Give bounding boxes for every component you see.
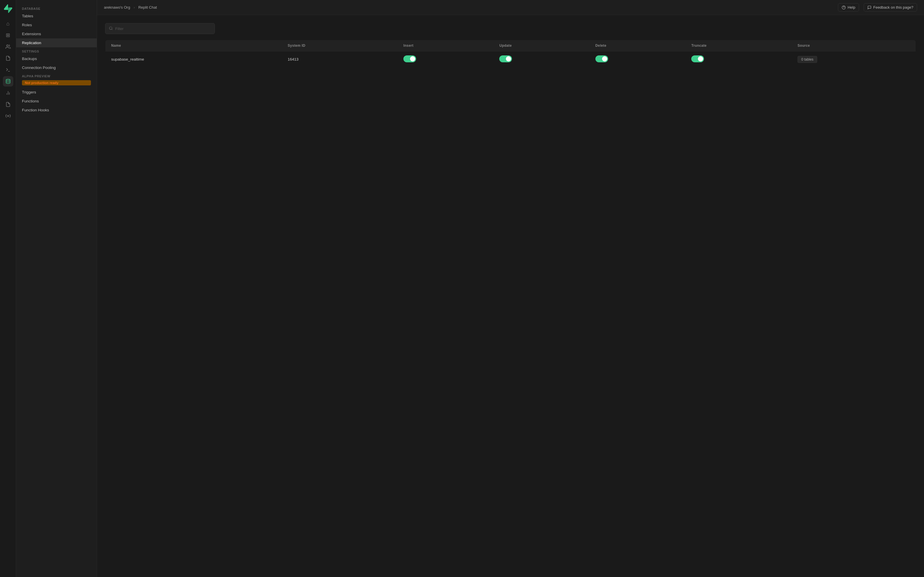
nav-settings-icon[interactable]: [3, 111, 13, 121]
nav-database-icon[interactable]: [3, 76, 13, 87]
alpha-badge: Not production ready: [22, 80, 91, 85]
cell-delete[interactable]: [590, 52, 685, 68]
svg-point-6: [7, 115, 9, 117]
cell-truncate[interactable]: [685, 52, 792, 68]
content-area: Name System ID Insert Update Delete Trun…: [97, 15, 924, 577]
sidebar-item-roles[interactable]: Roles: [16, 21, 97, 29]
col-header-source: Source: [792, 40, 916, 52]
col-header-truncate: Truncate: [685, 40, 792, 52]
table-row[interactable]: supabase_realtime 16413 0 tables: [105, 52, 916, 68]
message-icon: [867, 5, 871, 10]
cell-system-id: 16413: [282, 52, 397, 68]
cell-update[interactable]: [493, 52, 590, 68]
sidebar-item-replication[interactable]: Replication: [16, 39, 97, 47]
breadcrumb-separator: ›: [132, 5, 136, 10]
search-icon: [109, 26, 113, 31]
cell-insert[interactable]: [397, 52, 493, 68]
toggle-insert[interactable]: [403, 55, 416, 62]
icon-sidebar: ⌂ ⊞: [0, 0, 16, 577]
sidebar-item-backups[interactable]: Backups: [16, 54, 97, 63]
main-area: areknawo's Org › Replit Chat Help Feedba…: [97, 0, 924, 577]
sidebar-item-connection-pooling[interactable]: Connection Pooling: [16, 63, 97, 72]
nav-docs-icon[interactable]: [3, 53, 13, 63]
nav-terminal-icon[interactable]: [3, 64, 13, 75]
sidebar-item-extensions[interactable]: Extensions: [16, 29, 97, 39]
filter-input[interactable]: [115, 23, 211, 34]
breadcrumb-project[interactable]: Replit Chat: [138, 5, 157, 10]
svg-point-2: [6, 79, 10, 81]
col-header-delete: Delete: [590, 40, 685, 52]
database-section-label: Database: [16, 5, 97, 11]
svg-point-0: [6, 45, 8, 47]
toggle-update[interactable]: [499, 55, 512, 62]
breadcrumb-org[interactable]: areknawo's Org: [104, 5, 130, 10]
nav-sidebar: Database Tables Roles Extensions Replica…: [16, 0, 97, 577]
top-bar: areknawo's Org › Replit Chat Help Feedba…: [97, 0, 924, 15]
col-header-insert: Insert: [397, 40, 493, 52]
svg-line-10: [112, 29, 113, 30]
filter-wrap: [105, 23, 215, 34]
col-header-update: Update: [493, 40, 590, 52]
col-header-system-id: System ID: [282, 40, 397, 52]
replication-table: Name System ID Insert Update Delete Trun…: [105, 40, 916, 68]
toggle-truncate[interactable]: [691, 55, 704, 62]
nav-users-icon[interactable]: [3, 42, 13, 52]
source-badge: 0 tables: [798, 56, 817, 63]
nav-home-icon[interactable]: ⌂: [3, 18, 13, 29]
sidebar-item-triggers[interactable]: Triggers: [16, 88, 97, 97]
sidebar-item-functions[interactable]: Functions: [16, 97, 97, 106]
feedback-label: Feedback on this page?: [873, 5, 913, 10]
feedback-button[interactable]: Feedback on this page?: [864, 3, 917, 11]
sidebar-item-function-hooks[interactable]: Function Hooks: [16, 106, 97, 114]
nav-analytics-icon[interactable]: [3, 88, 13, 98]
nav-table-icon[interactable]: ⊞: [3, 30, 13, 40]
help-circle-icon: [842, 5, 846, 10]
alpha-section-label: Alpha Preview: [16, 72, 97, 79]
top-bar-right: Help Feedback on this page?: [838, 3, 917, 11]
app-logo[interactable]: [3, 3, 13, 14]
nav-storage-icon[interactable]: [3, 99, 13, 110]
cell-source: 0 tables: [792, 52, 916, 68]
svg-point-9: [110, 27, 112, 29]
cell-name: supabase_realtime: [105, 52, 282, 68]
col-header-name: Name: [105, 40, 282, 52]
help-button[interactable]: Help: [838, 3, 859, 11]
toggle-delete[interactable]: [595, 55, 608, 62]
sidebar-item-tables[interactable]: Tables: [16, 11, 97, 21]
settings-section-label: Settings: [16, 47, 97, 54]
help-label: Help: [848, 5, 855, 10]
